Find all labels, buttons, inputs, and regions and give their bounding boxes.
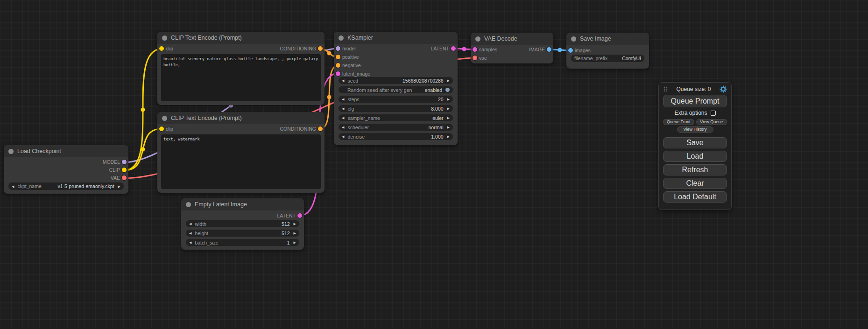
- widget-sampler-name[interactable]: ◀ sampler_name euler ▶: [339, 114, 453, 121]
- widget-label: scheduler: [347, 125, 369, 130]
- queue-prompt-button[interactable]: Queue Prompt: [663, 95, 727, 107]
- output-slot-vae[interactable]: [122, 175, 127, 180]
- node-title-bar[interactable]: Empty Latent Image: [181, 198, 304, 210]
- output-slot-image[interactable]: [547, 47, 551, 52]
- collapse-dot-icon[interactable]: [571, 36, 576, 42]
- output-slot-latent[interactable]: [297, 213, 302, 218]
- output-slot-conditioning[interactable]: [318, 126, 323, 131]
- node-title-bar[interactable]: Load Checkpoint: [4, 145, 128, 157]
- node-title-bar[interactable]: CLIP Text Encode (Prompt): [157, 32, 325, 44]
- decrement-arrow-icon[interactable]: ◀: [342, 107, 344, 110]
- collapse-dot-icon[interactable]: [162, 116, 167, 121]
- increment-arrow-icon[interactable]: ▶: [294, 231, 296, 235]
- increment-arrow-icon[interactable]: ▶: [294, 241, 296, 244]
- graph-canvas[interactable]: Load Checkpoint MODEL CLIP VAE ◀ ckpt_na…: [0, 0, 868, 329]
- node-empty-latent-image[interactable]: Empty Latent Image LATENT ◀ width 512 ▶ …: [181, 198, 304, 250]
- widget-steps[interactable]: ◀ steps 20 ▶: [339, 96, 453, 103]
- increment-arrow-icon[interactable]: ▶: [447, 79, 450, 82]
- link-dot-clip-positive[interactable]: [141, 108, 145, 112]
- collapse-dot-icon[interactable]: [186, 202, 191, 207]
- queue-front-button[interactable]: Queue Front: [663, 119, 694, 125]
- increment-arrow-icon[interactable]: ▶: [294, 222, 296, 225]
- node-vae-decode[interactable]: VAE Decode samples IMAGE vae: [471, 33, 553, 63]
- widget-random-seed-toggle[interactable]: Random seed after every gen enabled: [339, 86, 453, 93]
- node-load-checkpoint[interactable]: Load Checkpoint MODEL CLIP VAE ◀ ckpt_na…: [4, 145, 128, 194]
- decrement-arrow-icon[interactable]: ◀: [189, 222, 191, 225]
- collapse-dot-icon[interactable]: [162, 35, 167, 41]
- link-dot-image[interactable]: [558, 48, 562, 52]
- decrement-arrow-icon[interactable]: ◀: [189, 241, 191, 244]
- widget-height[interactable]: ◀ height 512 ▶: [186, 230, 299, 237]
- refresh-button[interactable]: Refresh: [663, 164, 727, 175]
- drag-handle-icon[interactable]: [663, 86, 668, 92]
- view-queue-button[interactable]: View Queue: [696, 119, 727, 125]
- decrement-arrow-icon[interactable]: ◀: [189, 231, 191, 235]
- slot-row: clip CONDITIONING: [157, 44, 325, 53]
- decrement-arrow-icon[interactable]: ◀: [342, 116, 344, 119]
- widget-width[interactable]: ◀ width 512 ▶: [186, 220, 299, 227]
- save-button[interactable]: Save: [663, 137, 727, 148]
- input-slot-clip[interactable]: [159, 126, 164, 131]
- load-default-button[interactable]: Load Default: [663, 191, 727, 203]
- positive-prompt-textarea[interactable]: beautiful scenery nature glass bottle la…: [161, 54, 321, 101]
- extra-options-checkbox[interactable]: [711, 111, 716, 116]
- toggle-on-icon[interactable]: [445, 88, 450, 92]
- node-title-bar[interactable]: KSampler: [334, 32, 458, 44]
- output-slot-clip[interactable]: [122, 168, 127, 172]
- input-slot-images[interactable]: [568, 48, 573, 53]
- node-title: Load Checkpoint: [17, 148, 61, 154]
- decrement-arrow-icon[interactable]: ◀: [342, 79, 344, 82]
- link-dot-latent-to-vae-decode[interactable]: [462, 47, 466, 51]
- node-title-bar[interactable]: Save Image: [566, 33, 649, 45]
- input-slot-model[interactable]: [336, 46, 340, 51]
- link-dot-clip-negative[interactable]: [141, 147, 145, 152]
- widget-denoise[interactable]: ◀ denoise 1.000 ▶: [339, 133, 453, 140]
- decrement-arrow-icon[interactable]: ◀: [342, 135, 344, 138]
- decrement-arrow-icon[interactable]: ◀: [342, 98, 344, 101]
- view-history-button[interactable]: View History: [677, 126, 713, 133]
- widget-ckpt-name[interactable]: ◀ ckpt_name v1-5-pruned-emaonly.ckpt ▶: [8, 182, 124, 190]
- load-button[interactable]: Load: [663, 151, 727, 162]
- widget-scheduler[interactable]: ◀ scheduler normal ▶: [339, 124, 453, 131]
- node-title-bar[interactable]: CLIP Text Encode (Prompt): [157, 112, 325, 124]
- collapse-dot-icon[interactable]: [8, 149, 14, 154]
- clear-button[interactable]: Clear: [663, 178, 727, 189]
- node-save-image[interactable]: Save Image images filename_prefix ComfyU…: [566, 33, 649, 69]
- widget-cfg[interactable]: ◀ cfg 8.000 ▶: [339, 105, 453, 112]
- increment-arrow-icon[interactable]: ▶: [447, 116, 450, 119]
- negative-prompt-textarea[interactable]: text, watermark: [161, 134, 321, 189]
- input-slot-clip[interactable]: [159, 46, 164, 51]
- output-label-latent: LATENT: [431, 46, 449, 51]
- slot-row: clip CONDITIONING: [157, 125, 325, 133]
- increment-arrow-icon[interactable]: ▶: [447, 135, 450, 138]
- input-slot-samples[interactable]: [473, 47, 477, 52]
- collapse-dot-icon[interactable]: [339, 35, 344, 41]
- increment-arrow-icon[interactable]: ▶: [447, 98, 450, 101]
- node-clip-text-encode-negative[interactable]: CLIP Text Encode (Prompt) clip CONDITION…: [157, 112, 325, 193]
- link-dot-conditioning-positive[interactable]: [327, 51, 332, 56]
- widget-seed[interactable]: ◀ seed 156680208700286 ▶: [339, 77, 453, 84]
- output-slot-model[interactable]: [122, 160, 127, 164]
- input-slot-negative[interactable]: [336, 63, 340, 68]
- link-dot-conditioning-negative[interactable]: [327, 95, 332, 99]
- output-slot-conditioning[interactable]: [318, 46, 323, 51]
- widget-label: filename_prefix: [574, 56, 607, 61]
- increment-arrow-icon[interactable]: ▶: [118, 185, 120, 188]
- widget-filename-prefix[interactable]: filename_prefix ComfyUI: [571, 55, 644, 62]
- input-slot-latent-image[interactable]: [336, 71, 340, 76]
- output-slot-latent[interactable]: [451, 46, 456, 51]
- widget-batch-size[interactable]: ◀ batch_size 1 ▶: [186, 239, 299, 246]
- collapse-dot-icon[interactable]: [475, 36, 480, 42]
- decrement-arrow-icon[interactable]: ◀: [342, 126, 344, 129]
- widget-label: Random seed after every gen: [347, 87, 412, 93]
- input-slot-positive[interactable]: [336, 55, 340, 59]
- node-title-bar[interactable]: VAE Decode: [471, 33, 553, 45]
- increment-arrow-icon[interactable]: ▶: [447, 126, 450, 129]
- node-ksampler[interactable]: KSampler model LATENT positive negative …: [334, 32, 458, 145]
- decrement-arrow-icon[interactable]: ◀: [12, 185, 14, 188]
- settings-gear-icon[interactable]: [720, 85, 727, 93]
- node-title: CLIP Text Encode (Prompt): [171, 35, 242, 41]
- node-clip-text-encode-positive[interactable]: CLIP Text Encode (Prompt) clip CONDITION…: [157, 32, 325, 105]
- input-slot-vae[interactable]: [473, 56, 477, 60]
- increment-arrow-icon[interactable]: ▶: [447, 107, 450, 110]
